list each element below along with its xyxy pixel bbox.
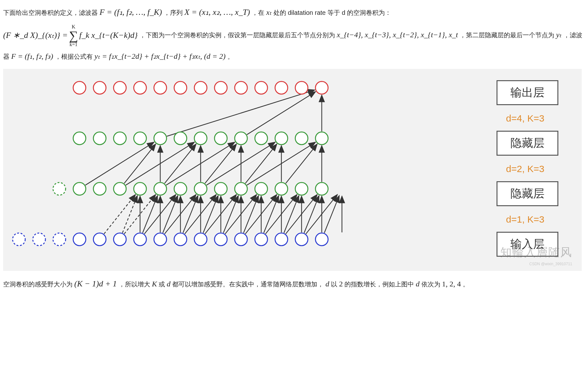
node-circle [93,182,106,195]
summation-symbol: K ∑ k=1 [69,24,78,47]
text: ，在 [252,9,266,16]
node-circle [194,233,207,246]
text: ，序列 [164,9,185,16]
node-circle [134,182,146,195]
node-circle [93,233,106,246]
math-seq-X: X = (x₁, x₂, …, x_T) [185,8,250,17]
node-circle [235,182,247,195]
text: 或 [159,281,167,288]
text: 的指数增长，例如上图中 [344,281,416,288]
layer-param-label: d=2, K=3 [506,160,544,177]
node-circle [295,233,308,246]
node-circle [315,182,328,195]
node-circle [275,182,288,195]
node-circle [194,182,207,195]
node-circle [215,81,227,94]
text: ，下图为一个空洞卷积的实例，假设第一层隐藏层最后五个节点分别为 [139,32,337,39]
node-circle [215,182,227,195]
math-rf: (K − 1)d + 1 [74,279,117,288]
node-circle [275,233,288,246]
node-circle [154,182,167,195]
node-circle [53,233,66,246]
math-two: 2 [339,280,343,288]
watermark-text: 知輪入層随风 [500,242,572,263]
node-circle [114,81,126,94]
watermark-source: CSDN @wixin_39910711 [529,261,572,268]
arrow [85,142,154,185]
node-circle [295,182,308,195]
math-d2: d [326,280,329,288]
text: 。 [463,281,469,288]
node-circle [275,81,288,94]
math-xt: xₜ [266,8,272,16]
text: 。 [227,53,234,60]
node-circle [194,132,207,145]
node-circle [154,233,167,246]
text: 以 [331,281,339,288]
node-circle [174,182,187,195]
sigma-icon: ∑ [69,29,78,42]
layer-label-box: 输出层 [497,80,558,105]
arrow [245,144,277,183]
formula-lhs: (F ∗_d X)_{(xₜ)} = [3,28,68,43]
node-circle [255,182,268,195]
node-circle [315,81,328,94]
node-circle [73,132,86,145]
text: 依次为 [421,281,442,288]
node-circle [235,132,247,145]
math-yt-eq: yₜ = f₁x_{t−2d} + f₂x_{t−d} + f₃xₜ, (d =… [95,52,226,60]
text: 都可以增加感受野。在实践中，通常随网络层数增加， [172,281,326,288]
text: ，第二层隐藏层的最后一个节点为 [460,32,556,39]
node-circle [174,233,187,246]
node-circle [255,81,268,94]
dilated-conv-formula: (F ∗_d X)_{(xₜ)} = K ∑ k=1 f_k x_{t−(K−k… [3,24,138,47]
layer-param-label: d=4, K=3 [506,110,544,127]
math-seq124: 1, 2, 4 [442,280,461,288]
arrow [104,194,136,234]
node-circle [114,132,126,145]
node-circle [93,132,106,145]
node-circle [13,233,25,246]
node-circle [215,233,227,246]
node-circle [53,182,66,195]
formula-rhs: f_k x_{t−(K−k)d} [79,28,138,43]
definition-paragraph-1: 下面给出空洞卷积的定义，滤波器 F = (f₁, f₂, …, f_K) ，序列… [3,5,585,20]
sum-lower: k=1 [70,42,78,47]
arrow [165,144,196,183]
node-circle [174,81,187,94]
dilated-conv-diagram: 输出层d=4, K=3隐藏层d=2, K=3隐藏层d=1, K=3输入层 知輪入… [3,69,582,271]
text: 空洞卷积的感受野大小为 [3,281,74,288]
node-circle [315,132,328,145]
node-circle [174,132,187,145]
node-circle [33,233,45,246]
layer-param-label: d=1, K=3 [506,211,544,228]
node-circle [154,132,167,145]
node-circle [315,233,328,246]
node-circle [235,233,247,246]
layer-label-box: 隐藏层 [497,131,558,156]
node-circle [255,233,268,246]
node-circle [114,233,126,246]
text: 处的 dilatation rate 等于 d 的空洞卷积为： [273,9,391,16]
text: ，根据公式有 [55,53,95,60]
node-circle [134,233,146,246]
node-circle [134,81,146,94]
node-circle [295,81,308,94]
node-circle [93,81,106,94]
node-circle [73,233,86,246]
math-d: d [167,280,171,288]
layer-labels-column: 输出层d=4, K=3隐藏层d=2, K=3隐藏层d=1, K=3输入层 [478,69,575,271]
arrow [286,144,317,183]
receptive-field-paragraph: 空洞卷积的感受野大小为 (K − 1)d + 1 ，所以增大 K 或 d 都可以… [3,277,585,291]
arrow [247,92,316,135]
node-circle [114,182,126,195]
math-d3: d [416,280,420,288]
node-circle [134,132,146,145]
arrow [124,144,156,183]
math-filter-F3: F = (f₁, f₂, f₃) [11,52,53,60]
math-K: K [152,280,157,288]
node-circle [295,132,308,145]
math-yt: yₜ [556,31,562,39]
math-filter-F: F = (f₁, f₂, …, f_K) [100,8,162,17]
text: 下面给出空洞卷积的定义，滤波器 [3,9,100,16]
